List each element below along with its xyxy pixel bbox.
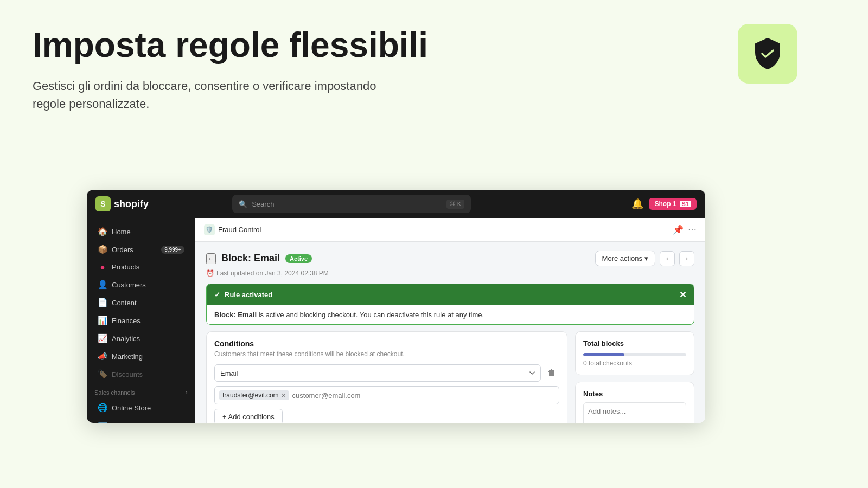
page-body: ← Block: Email Active More actions ▾ ‹ ›	[195, 242, 705, 423]
notes-title: Notes	[583, 390, 686, 398]
inbox-icon: ✉️	[98, 421, 107, 423]
sidebar-item-marketing[interactable]: 📣 Marketing	[90, 348, 192, 365]
page-title-row: ← Block: Email Active More actions ▾ ‹ ›	[206, 251, 694, 266]
more-actions-button[interactable]: More actions ▾	[595, 251, 655, 266]
fraud-control-breadcrumb: 🛡️ Fraud Control	[204, 224, 261, 235]
content-header-actions: 📌 ⋯	[673, 224, 697, 235]
shield-badge	[738, 24, 797, 84]
alert-block-bottom: Block: Email is active and blocking chec…	[207, 305, 694, 324]
condition-type-select[interactable]: Email	[214, 364, 541, 382]
content-icon: 📄	[98, 298, 107, 307]
total-blocks-title: Total blocks	[583, 339, 686, 348]
discounts-icon: 🏷️	[98, 369, 107, 379]
search-bar[interactable]: 🔍 Search ⌘ K	[232, 195, 471, 213]
sales-channels-expand-icon: ›	[186, 389, 188, 396]
marketing-icon: 📣	[98, 351, 107, 361]
more-actions-label: More actions	[602, 254, 642, 262]
fraud-control-breadcrumb-icon: 🛡️	[204, 224, 215, 235]
sidebar-item-finances[interactable]: 📊 Finances	[90, 312, 192, 329]
alert-title: Rule activated	[225, 291, 272, 299]
sidebar-item-inbox[interactable]: ✉️ Inbox	[90, 417, 192, 423]
pin-icon[interactable]: 📌	[673, 224, 684, 235]
sidebar-item-home-label: Home	[112, 228, 131, 236]
sidebar-item-content[interactable]: 📄 Content	[90, 294, 192, 311]
conditions-title: Conditions	[214, 339, 559, 348]
sidebar-item-customers-label: Customers	[112, 281, 146, 289]
browser-window: S shopify 🔍 Search ⌘ K 🔔 Shop 1 S1 🏠 Hom…	[87, 190, 705, 423]
shopify-logo-icon: S	[95, 196, 111, 211]
sidebar-item-online-store[interactable]: 🌐 Online Store	[90, 399, 192, 416]
sidebar-item-marketing-label: Marketing	[112, 352, 143, 361]
email-input-field[interactable]	[292, 391, 554, 400]
orders-badge: 9,999+	[161, 246, 184, 254]
back-arrow-icon: ←	[207, 254, 215, 263]
search-icon: 🔍	[239, 200, 247, 208]
search-placeholder: Search	[252, 200, 274, 208]
hero-subtitle: Gestisci gli ordini da bloccare, consent…	[33, 77, 412, 113]
alert-block: ✓ Rule activated ✕ Block: Email is activ…	[206, 284, 694, 325]
checkmark-icon: ✓	[214, 291, 220, 299]
orders-icon: 📦	[98, 245, 107, 254]
products-icon: ●	[98, 262, 107, 272]
main-layout: 🏠 Home 📦 Orders 9,999+ ● Products 👤 Cust…	[87, 218, 705, 423]
add-conditions-button[interactable]: + Add conditions	[214, 409, 283, 423]
online-store-icon: 🌐	[98, 403, 107, 413]
more-actions-chevron-icon: ▾	[644, 254, 648, 262]
content-area: 🛡️ Fraud Control 📌 ⋯ ← Block: Email Acti…	[195, 218, 705, 423]
alert-close-button[interactable]: ✕	[679, 290, 686, 300]
sidebar-item-customers[interactable]: 👤 Customers	[90, 276, 192, 293]
alert-body-part1: Block: Email	[214, 311, 257, 319]
sidebar-item-inbox-label: Inbox	[112, 422, 129, 423]
col-left: Conditions Customers that meet these con…	[206, 331, 567, 423]
conditions-card: Conditions Customers that meet these con…	[206, 331, 567, 423]
progress-bar-fill	[583, 353, 624, 356]
topbar: S shopify 🔍 Search ⌘ K 🔔 Shop 1 S1	[87, 190, 705, 218]
progress-bar-track	[583, 353, 686, 356]
sidebar-item-orders[interactable]: 📦 Orders 9,999+	[90, 241, 192, 258]
shield-check-icon	[750, 36, 785, 71]
next-nav-button[interactable]: ›	[679, 251, 694, 266]
alert-block-top: ✓ Rule activated ✕	[207, 284, 694, 305]
notes-textarea[interactable]	[583, 402, 686, 423]
sales-channels-label: Sales channels	[94, 389, 135, 396]
topbar-right: 🔔 Shop 1 S1	[631, 198, 696, 210]
total-blocks-card: Total blocks 0 total checkouts	[575, 331, 694, 375]
more-icon[interactable]: ⋯	[688, 224, 697, 235]
home-icon: 🏠	[98, 227, 107, 236]
sidebar-item-products[interactable]: ● Products	[90, 259, 192, 275]
conditions-subtitle: Customers that meet these conditions wil…	[214, 350, 559, 358]
sidebar-item-analytics[interactable]: 📈 Analytics	[90, 330, 192, 347]
tag-input-area[interactable]: fraudster@evil.com ✕	[214, 386, 559, 404]
clock-icon: ⏰	[206, 269, 214, 277]
shopify-logo-text: shopify	[114, 198, 149, 210]
prev-nav-button[interactable]: ‹	[660, 251, 675, 266]
shop-initials: S1	[680, 201, 691, 207]
customers-icon: 👤	[98, 280, 107, 290]
tag-chip: fraudster@evil.com ✕	[219, 390, 289, 400]
add-conditions-label: + Add conditions	[222, 413, 275, 421]
total-blocks-count: 0 total checkouts	[583, 359, 686, 367]
sidebar-item-content-label: Content	[112, 299, 137, 307]
bell-icon[interactable]: 🔔	[631, 198, 643, 210]
sidebar-item-discounts: 🏷️ Discounts	[90, 365, 192, 383]
page-title: Block: Email	[221, 253, 280, 264]
delete-condition-button[interactable]: 🗑	[544, 365, 559, 381]
shop-badge: Shop 1 S1	[649, 198, 696, 210]
two-col-layout: Conditions Customers that meet these con…	[206, 331, 694, 423]
page-title-actions: More actions ▾ ‹ ›	[595, 251, 694, 266]
shop-name: Shop 1	[654, 200, 676, 208]
sidebar-item-home[interactable]: 🏠 Home	[90, 223, 192, 240]
content-header: 🛡️ Fraud Control 📌 ⋯	[195, 218, 705, 242]
notes-card: Notes 0/255	[575, 382, 694, 423]
remove-tag-button[interactable]: ✕	[281, 392, 286, 399]
sidebar-item-orders-label: Orders	[112, 246, 133, 254]
sales-channels-section: Sales channels ›	[87, 383, 195, 399]
tag-chip-label: fraudster@evil.com	[222, 391, 279, 399]
analytics-icon: 📈	[98, 333, 107, 343]
hero-title: Imposta regole flessibili	[33, 26, 835, 64]
sidebar-item-products-label: Products	[112, 263, 139, 271]
sidebar-item-analytics-label: Analytics	[112, 335, 140, 343]
sidebar-item-discounts-label: Discounts	[112, 370, 143, 378]
sidebar-item-finances-label: Finances	[112, 317, 141, 325]
back-button[interactable]: ←	[206, 253, 216, 264]
